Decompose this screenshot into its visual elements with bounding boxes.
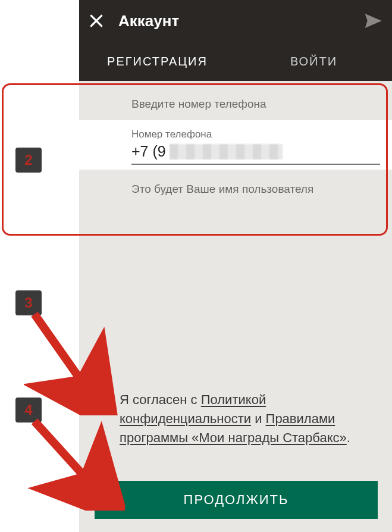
send-icon[interactable] (363, 11, 382, 30)
phone-input-block: Номер телефона +7 (9 (79, 120, 392, 170)
phone-censored (170, 144, 283, 159)
consent-text-part3: . (347, 430, 350, 445)
tab-bar: РЕГИСТРАЦИЯ ВОЙТИ (79, 42, 392, 81)
continue-button[interactable]: ПРОДОЛЖИТЬ (95, 481, 378, 519)
phone-prefix: +7 (9 (131, 143, 166, 160)
close-icon[interactable] (89, 13, 104, 29)
consent-row: Я согласен с Политикой конфиденциальност… (95, 390, 380, 447)
tab-login[interactable]: ВОЙТИ (236, 42, 392, 81)
annotation-badge-3: 3 (15, 290, 42, 315)
prompt-enter-phone: Введите номер телефона (79, 81, 392, 120)
header-title: Аккаунт (118, 12, 349, 30)
tab-register[interactable]: РЕГИСТРАЦИЯ (79, 42, 236, 81)
consent-text-part1: Я согласен с (120, 392, 201, 407)
prompt-username-hint: Это будет Ваше имя пользователя (79, 170, 392, 206)
phone-input[interactable]: +7 (9 (131, 143, 380, 165)
consent-text-part2: и (251, 411, 266, 426)
content-area: Введите номер телефона Номер телефона +7… (79, 81, 392, 532)
annotation-badge-4: 4 (15, 398, 42, 423)
phone-input-label: Номер телефона (131, 129, 380, 140)
app-screen: Аккаунт РЕГИСТРАЦИЯ ВОЙТИ Введите номер … (79, 0, 392, 532)
app-header: Аккаунт (79, 0, 392, 42)
consent-checkbox[interactable] (95, 393, 110, 408)
annotation-badge-2: 2 (15, 148, 42, 173)
consent-text: Я согласен с Политикой конфиденциальност… (120, 390, 380, 447)
